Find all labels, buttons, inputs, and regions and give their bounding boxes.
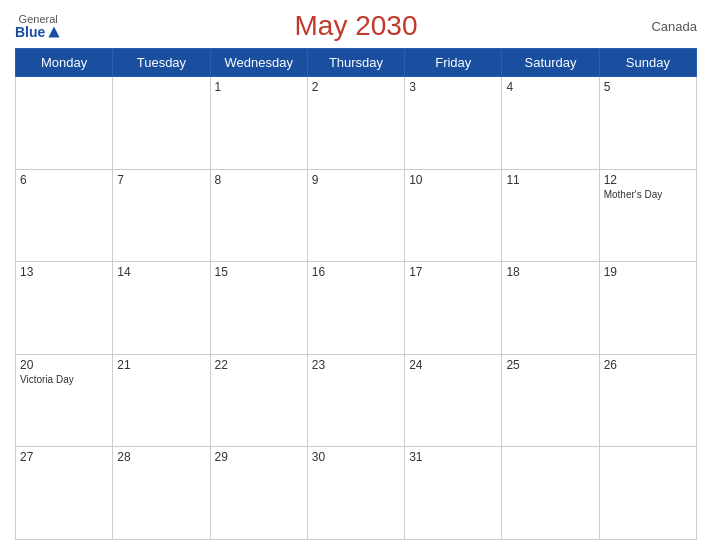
day-number: 8 bbox=[215, 173, 303, 187]
logo-general-text: General bbox=[19, 14, 58, 25]
calendar-body: 123456789101112Mother's Day1314151617181… bbox=[16, 77, 697, 540]
day-number: 16 bbox=[312, 265, 400, 279]
calendar-cell: 21 bbox=[113, 354, 210, 447]
day-number: 27 bbox=[20, 450, 108, 464]
calendar-cell: 1 bbox=[210, 77, 307, 170]
country-label: Canada bbox=[651, 19, 697, 34]
weekday-header: Wednesday bbox=[210, 49, 307, 77]
weekday-header: Tuesday bbox=[113, 49, 210, 77]
day-number: 6 bbox=[20, 173, 108, 187]
day-number: 15 bbox=[215, 265, 303, 279]
day-number: 1 bbox=[215, 80, 303, 94]
day-number: 24 bbox=[409, 358, 497, 372]
weekday-header: Saturday bbox=[502, 49, 599, 77]
calendar-cell: 8 bbox=[210, 169, 307, 262]
day-number: 10 bbox=[409, 173, 497, 187]
calendar-cell: 27 bbox=[16, 447, 113, 540]
calendar-header: General Blue May 2030 Canada bbox=[15, 10, 697, 42]
day-number: 7 bbox=[117, 173, 205, 187]
calendar-cell: 4 bbox=[502, 77, 599, 170]
calendar-cell: 16 bbox=[307, 262, 404, 355]
calendar-event: Victoria Day bbox=[20, 374, 108, 385]
calendar-cell: 3 bbox=[405, 77, 502, 170]
logo: General Blue bbox=[15, 14, 61, 39]
calendar-cell: 12Mother's Day bbox=[599, 169, 696, 262]
calendar-cell: 17 bbox=[405, 262, 502, 355]
calendar-cell: 15 bbox=[210, 262, 307, 355]
calendar-cell: 19 bbox=[599, 262, 696, 355]
calendar-week-row: 20Victoria Day212223242526 bbox=[16, 354, 697, 447]
calendar-cell bbox=[113, 77, 210, 170]
calendar-cell: 29 bbox=[210, 447, 307, 540]
calendar-cell: 22 bbox=[210, 354, 307, 447]
weekday-header: Thursday bbox=[307, 49, 404, 77]
day-number: 2 bbox=[312, 80, 400, 94]
day-number: 23 bbox=[312, 358, 400, 372]
calendar-cell: 6 bbox=[16, 169, 113, 262]
day-number: 20 bbox=[20, 358, 108, 372]
calendar-cell: 20Victoria Day bbox=[16, 354, 113, 447]
day-number: 26 bbox=[604, 358, 692, 372]
day-number: 31 bbox=[409, 450, 497, 464]
calendar-event: Mother's Day bbox=[604, 189, 692, 200]
day-number: 17 bbox=[409, 265, 497, 279]
calendar-cell: 13 bbox=[16, 262, 113, 355]
calendar-cell: 7 bbox=[113, 169, 210, 262]
calendar-cell bbox=[502, 447, 599, 540]
weekday-header: Monday bbox=[16, 49, 113, 77]
day-number: 28 bbox=[117, 450, 205, 464]
calendar-cell: 26 bbox=[599, 354, 696, 447]
day-number: 18 bbox=[506, 265, 594, 279]
day-number: 19 bbox=[604, 265, 692, 279]
calendar-cell: 5 bbox=[599, 77, 696, 170]
day-number: 13 bbox=[20, 265, 108, 279]
calendar-cell: 31 bbox=[405, 447, 502, 540]
day-number: 12 bbox=[604, 173, 692, 187]
calendar-cell: 18 bbox=[502, 262, 599, 355]
calendar-week-row: 2728293031 bbox=[16, 447, 697, 540]
calendar-cell: 24 bbox=[405, 354, 502, 447]
page-title: May 2030 bbox=[295, 10, 418, 42]
calendar-cell: 23 bbox=[307, 354, 404, 447]
day-number: 21 bbox=[117, 358, 205, 372]
weekday-header: Sunday bbox=[599, 49, 696, 77]
calendar-cell: 11 bbox=[502, 169, 599, 262]
calendar-week-row: 6789101112Mother's Day bbox=[16, 169, 697, 262]
day-number: 22 bbox=[215, 358, 303, 372]
calendar-cell: 9 bbox=[307, 169, 404, 262]
calendar-cell: 25 bbox=[502, 354, 599, 447]
calendar-cell bbox=[599, 447, 696, 540]
logo-blue-text: Blue bbox=[15, 25, 61, 39]
day-number: 25 bbox=[506, 358, 594, 372]
calendar-cell: 10 bbox=[405, 169, 502, 262]
calendar-cell bbox=[16, 77, 113, 170]
calendar-header-row: MondayTuesdayWednesdayThursdayFridaySatu… bbox=[16, 49, 697, 77]
day-number: 30 bbox=[312, 450, 400, 464]
day-number: 11 bbox=[506, 173, 594, 187]
day-number: 29 bbox=[215, 450, 303, 464]
calendar-cell: 28 bbox=[113, 447, 210, 540]
day-number: 4 bbox=[506, 80, 594, 94]
svg-marker-0 bbox=[49, 26, 60, 37]
day-number: 3 bbox=[409, 80, 497, 94]
day-number: 9 bbox=[312, 173, 400, 187]
calendar-cell: 2 bbox=[307, 77, 404, 170]
day-number: 14 bbox=[117, 265, 205, 279]
calendar-table: MondayTuesdayWednesdayThursdayFridaySatu… bbox=[15, 48, 697, 540]
calendar-week-row: 12345 bbox=[16, 77, 697, 170]
weekday-header: Friday bbox=[405, 49, 502, 77]
day-number: 5 bbox=[604, 80, 692, 94]
calendar-cell: 14 bbox=[113, 262, 210, 355]
calendar-cell: 30 bbox=[307, 447, 404, 540]
calendar-week-row: 13141516171819 bbox=[16, 262, 697, 355]
